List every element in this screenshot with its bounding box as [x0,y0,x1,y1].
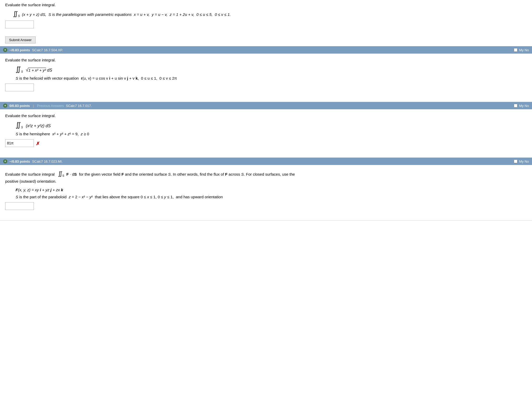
q3-points: 0/0.83 points [9,104,30,108]
q4-plus-icon: + [3,159,7,163]
q1-answer-input[interactable] [5,21,34,28]
q2-answer-input[interactable] [5,84,34,91]
question-4: + −/0.83 points SCalc7 16.7.023.MI. My N… [0,158,532,221]
q2-body: Evaluate the surface integral. ∬S √1 + x… [0,54,532,97]
q4-my-notes-checkbox[interactable] [514,160,517,163]
q4-my-notes-label: My No [519,160,529,163]
q2-problem-id: SCalc7 16.7.504.XP. [32,48,63,52]
q4-answer-input[interactable] [5,202,34,210]
q2-my-notes-checkbox[interactable] [514,48,517,52]
q3-body: Evaluate the surface integral. ∬S (x²z +… [0,109,532,152]
q3-math: ∬S (x²z + y²z) dS [16,121,527,129]
q4-header: + −/0.83 points SCalc7 16.7.023.MI. My N… [0,158,532,165]
q3-my-notes-label: My No [519,104,529,108]
q3-my-notes-checkbox[interactable] [514,104,517,107]
q2-title: Evaluate the surface integral. [5,58,527,62]
q1-title: Evaluate the surface integral. [5,3,527,7]
q2-plus-icon: + [3,48,7,52]
q4-math-f: F(x, y, z) = xy i + yz j + zx k [16,188,527,192]
q2-my-notes-label: My No [519,48,529,52]
q2-math: ∬S √1 + x² + y² dS [16,65,527,73]
q3-previous-answers-link[interactable]: Previous Answers [37,104,64,108]
q4-points: −/0.83 points [9,160,30,163]
q4-condition: S is the part of the paraboloid z = 2 − … [16,195,527,199]
q4-header-left: + −/0.83 points SCalc7 16.7.023.MI. [3,159,63,163]
q3-problem-id: SCalc7 16.7.017. [66,104,92,108]
q2-my-notes: My No [514,48,529,52]
q4-problem-id: SCalc7 16.7.023.MI. [32,160,63,163]
q3-answer-row: ✗ [5,139,527,148]
question-1: Evaluate the surface integral. ∬S (x + y… [0,0,532,46]
q1-math: ∬S (x + y + z) dS, S is the parallelogra… [13,10,527,17]
question-3: + 0/0.83 points | Previous Answers SCalc… [0,102,532,158]
q1-submit-button[interactable]: Submit Answer [5,36,36,43]
q3-wrong-mark: ✗ [36,141,40,146]
q2-header: + −/0.83 points SCalc7 16.7.504.XP. My N… [0,46,532,54]
q3-my-notes: My No [514,104,529,108]
q3-header-left: + 0/0.83 points | Previous Answers SCalc… [3,104,92,108]
q3-plus-icon: + [3,104,7,108]
q3-header: + 0/0.83 points | Previous Answers SCalc… [0,102,532,109]
q4-my-notes: My No [514,160,529,163]
q2-condition: S is the helicoid with vector equation r… [16,76,527,80]
q3-answer-input[interactable] [5,139,34,147]
q2-points: −/0.83 points [9,48,30,52]
q2-header-left: + −/0.83 points SCalc7 16.7.504.XP. [3,48,63,52]
question-2: + −/0.83 points SCalc7 16.7.504.XP. My N… [0,46,532,102]
q3-title: Evaluate the surface integral. [5,113,527,118]
q4-body: Evaluate the surface integral ∬S F · dS … [0,165,532,215]
q3-condition: S is the hemisphere x² + y² + z² = 9, z … [16,132,527,136]
q4-title: Evaluate the surface integral ∬S F · dS … [5,169,527,184]
